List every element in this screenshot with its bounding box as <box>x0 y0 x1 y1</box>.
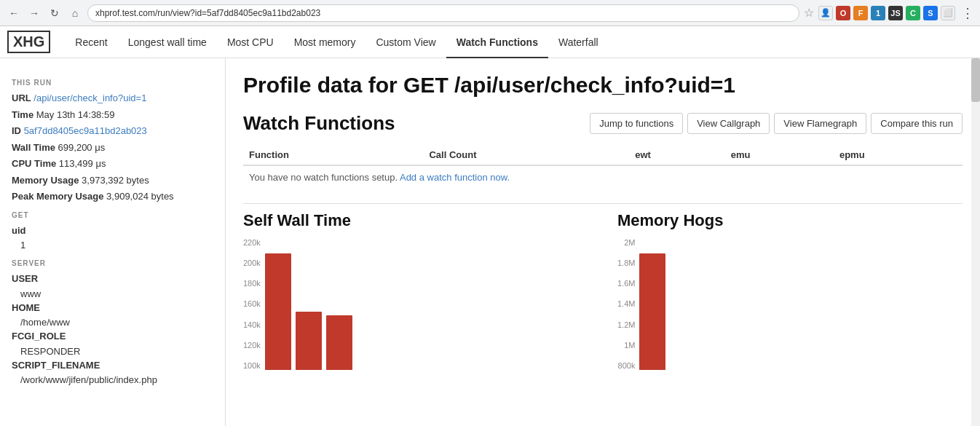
y-label-6: 100k <box>243 362 261 370</box>
scrollbar[interactable] <box>971 58 980 426</box>
user-label: USER <box>12 273 38 284</box>
mem-bar-1 <box>639 253 665 370</box>
opera-icon[interactable]: O <box>836 6 850 20</box>
watch-functions-buttons: Jump to functions View Callgraph View Fl… <box>590 113 963 134</box>
url-value[interactable]: /api/user/check_info?uid=1 <box>33 92 146 103</box>
charts-row: Self Wall Time 220k 200k 180k 160k 140k … <box>243 211 963 370</box>
forward-button[interactable]: → <box>26 5 42 21</box>
nav-custom-view[interactable]: Custom View <box>365 26 446 58</box>
get-label: GET <box>12 211 213 219</box>
url-label: URL <box>12 92 31 103</box>
home-label: HOME <box>12 302 40 313</box>
jump-to-functions-button[interactable]: Jump to functions <box>590 113 683 134</box>
nav-most-memory[interactable]: Most memory <box>284 26 366 58</box>
memory-unit: bytes <box>124 175 149 186</box>
peak-memory-value-text: 3,909,024 <box>106 191 149 202</box>
memory-hogs-title: Memory Hogs <box>617 211 963 230</box>
mem-y-label-2: 1.6M <box>617 280 635 288</box>
sidebar-user-row: USER <box>12 272 213 286</box>
view-callgraph-button[interactable]: View Callgraph <box>687 113 770 134</box>
mem-y-label-6: 800k <box>617 362 635 370</box>
sidebar: THIS RUN URL /api/user/check_info?uid=1 … <box>0 58 226 426</box>
self-wall-time-bars <box>265 239 588 370</box>
sidebar-id-row: ID 5af7dd8405ec9a11bd2ab023 <box>12 124 213 138</box>
nav-recent[interactable]: Recent <box>65 26 117 58</box>
nav-most-cpu[interactable]: Most CPU <box>217 26 284 58</box>
peak-memory-label: Peak Memory Usage <box>12 191 103 202</box>
home-button[interactable]: ⌂ <box>67 5 83 21</box>
watch-functions-title: Watch Functions <box>243 112 395 135</box>
fcgi-label: FCGI_ROLE <box>12 331 66 342</box>
sidebar-home-row: HOME <box>12 301 213 315</box>
nav-watch-functions[interactable]: Watch Functions <box>446 26 548 58</box>
time-label: Time <box>12 109 33 120</box>
nav-longest-wall[interactable]: Longest wall time <box>118 26 217 58</box>
bar-2 <box>296 312 322 370</box>
cpu-time-label: CPU Time <box>12 158 56 169</box>
wall-time-val: 699,200 μs <box>58 142 106 153</box>
ext-icon-2[interactable]: 1 <box>871 6 885 20</box>
app-logo[interactable]: XHG <box>7 31 50 53</box>
divider <box>243 203 963 204</box>
ext-icon-4[interactable]: C <box>906 6 920 20</box>
watch-functions-header: Watch Functions Jump to functions View C… <box>243 112 963 135</box>
sidebar-peak-memory-row: Peak Memory Usage 3,909,024 bytes <box>12 189 213 204</box>
y-label-1: 200k <box>243 259 261 267</box>
sidebar-fcgi-value: RESPONDER <box>12 346 213 357</box>
memory-hogs-y-axis: 2M 1.8M 1.6M 1.4M 1.2M 1M 800k <box>617 239 635 370</box>
browser-actions: 👤 O F 1 JS C S ⬜ ⋮ <box>818 5 974 21</box>
y-label-5: 120k <box>243 342 261 350</box>
y-label-4: 140k <box>243 321 261 329</box>
empty-message: You have no watch functions setup. Add a… <box>243 165 963 189</box>
scrollbar-thumb[interactable] <box>971 58 980 102</box>
sidebar-home-value: /home/www <box>12 317 213 328</box>
bar-1 <box>265 253 291 370</box>
sidebar-uid-value: 1 <box>12 240 213 251</box>
sidebar-script-value: /work/www/jifen/public/index.php <box>12 374 213 385</box>
this-run-label: THIS RUN <box>12 79 213 87</box>
cpu-time-val: 113,499 μs <box>59 158 106 169</box>
main-content: Profile data for GET /api/user/check_inf… <box>226 58 980 426</box>
memory-hogs-chart: 2M 1.8M 1.6M 1.4M 1.2M 1M 800k <box>617 239 963 370</box>
y-label-0: 220k <box>243 239 261 247</box>
server-label: SERVER <box>12 259 213 267</box>
uid-label: uid <box>12 225 26 236</box>
self-wall-time-title: Self Wall Time <box>243 211 588 230</box>
sidebar-wall-time-row: Wall Time 699,200 μs <box>12 141 213 155</box>
self-wall-time-y-axis: 220k 200k 180k 160k 140k 120k 100k <box>243 239 261 370</box>
add-watch-link[interactable]: Add a watch function now. <box>400 172 510 183</box>
wall-time-label: Wall Time <box>12 142 55 153</box>
col-epmu: epmu <box>834 145 963 165</box>
profile-icon[interactable]: 👤 <box>818 6 833 20</box>
col-emu: emu <box>725 145 834 165</box>
nav-waterfall[interactable]: Waterfall <box>548 26 609 58</box>
y-label-2: 180k <box>243 280 261 288</box>
col-ewt: ewt <box>629 145 725 165</box>
mem-y-label-0: 2M <box>617 239 635 247</box>
address-bar[interactable]: xhprof.test.com/run/view?id=5af7dd8405ec… <box>87 4 799 22</box>
id-value[interactable]: 5af7dd8405ec9a11bd2ab023 <box>24 125 147 136</box>
browser-menu-icon[interactable]: ⋮ <box>961 5 974 21</box>
bar-3 <box>326 315 352 370</box>
sidebar-fcgi-row: FCGI_ROLE <box>12 329 213 344</box>
url-text: xhprof.test.com/run/view?id=5af7dd8405ec… <box>95 8 320 18</box>
bookmark-icon[interactable]: ☆ <box>804 6 814 20</box>
browser-chrome: ← → ↻ ⌂ xhprof.test.com/run/view?id=5af7… <box>0 0 980 26</box>
ext-icon-1[interactable]: F <box>853 6 868 20</box>
back-button[interactable]: ← <box>6 5 22 21</box>
app-nav: XHG Recent Longest wall time Most CPU Mo… <box>0 26 980 58</box>
script-label: SCRIPT_FILENAME <box>12 360 100 371</box>
compare-this-run-button[interactable]: Compare this run <box>871 113 963 134</box>
sidebar-time-row: Time May 13th 14:38:59 <box>12 108 213 122</box>
sidebar-url-row: URL /api/user/check_info?uid=1 <box>12 91 213 106</box>
self-wall-time-section: Self Wall Time 220k 200k 180k 160k 140k … <box>243 211 588 370</box>
ext-icon-3[interactable]: JS <box>888 6 903 20</box>
peak-memory-unit: bytes <box>149 191 174 202</box>
page-title: Profile data for GET /api/user/check_inf… <box>243 73 963 98</box>
ext-icon-6[interactable]: ⬜ <box>941 6 955 20</box>
ext-icon-5[interactable]: S <box>923 6 938 20</box>
refresh-button[interactable]: ↻ <box>47 5 63 21</box>
sidebar-cpu-time-row: CPU Time 113,499 μs <box>12 157 213 171</box>
view-flamegraph-button[interactable]: View Flamegraph <box>774 113 866 134</box>
sidebar-memory-row: Memory Usage 3,973,392 bytes <box>12 173 213 188</box>
